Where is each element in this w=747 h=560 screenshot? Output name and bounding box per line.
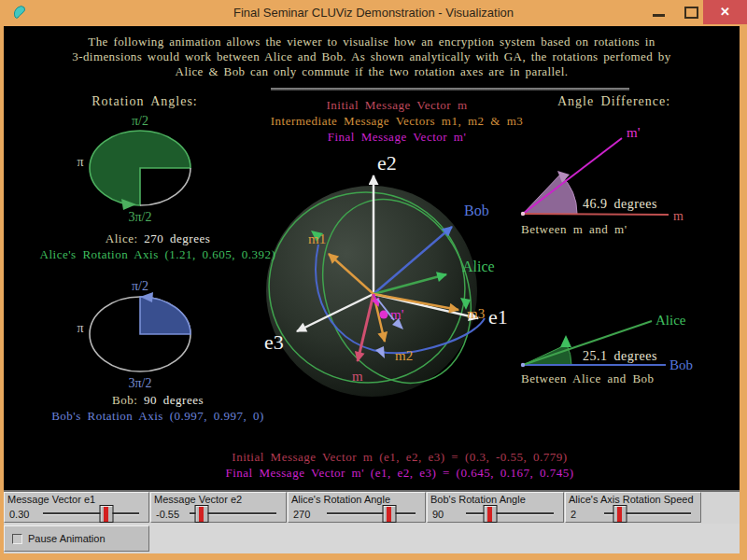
bob-pie-label-bottom: 3π/2 bbox=[129, 376, 152, 390]
bob-angle-line: Bob: 90 degrees bbox=[13, 392, 303, 408]
axis-label-e1: e1 bbox=[488, 305, 508, 329]
slider-track[interactable] bbox=[327, 512, 416, 515]
bob-angle-value: 90 degrees bbox=[144, 393, 204, 407]
slider-value: 270 bbox=[293, 509, 327, 520]
angle-difference-header: Angle Difference: bbox=[514, 94, 714, 109]
ab-angle-caption: Between Alice and Bob bbox=[521, 371, 655, 386]
alice-name: Alice: bbox=[106, 231, 138, 245]
slider-thumb[interactable] bbox=[195, 505, 209, 523]
pause-animation-label: Pause Animation bbox=[28, 533, 106, 544]
footer-initial-vector: Initial Message Vector m (e1, e2, e3) = … bbox=[120, 449, 680, 465]
visualization-canvas: π/2 π 3π/2 π/2 π 3π/2 bbox=[4, 26, 740, 490]
slider-thumb[interactable] bbox=[613, 505, 627, 523]
bob-name: Bob: bbox=[112, 393, 137, 407]
window-title: Final Seminar CLUViz Demonstration - Vis… bbox=[0, 6, 747, 20]
sphere-scene: e2 e1 e3 Bob Alice m1 m3 m2 m m' bbox=[254, 151, 508, 404]
slider-value: 90 bbox=[432, 509, 466, 520]
slider-bob-rotation-angle: Bob's Rotation Angle 90 bbox=[427, 492, 564, 523]
vector-legend: Initial Message Vector m Intermediate Me… bbox=[252, 97, 542, 145]
vector-label-bob: Bob bbox=[464, 203, 489, 218]
checkbox-icon[interactable] bbox=[12, 534, 22, 544]
bob-pie-label-top: π/2 bbox=[132, 279, 148, 293]
slider-track[interactable] bbox=[190, 512, 276, 515]
alice-pie-label-bottom: 3π/2 bbox=[129, 210, 152, 224]
bob-caption: Bob: 90 degrees Bob's Rotation Axis (0.9… bbox=[13, 392, 303, 424]
slider-alice-rotation-angle: Alice's Rotation Angle 270 bbox=[288, 492, 426, 523]
pause-animation-checkbox[interactable]: Pause Animation bbox=[4, 525, 149, 552]
vector-label-m3: m3 bbox=[467, 306, 485, 321]
intro-line-2: 3-dimensions would work between Alice an… bbox=[4, 49, 740, 64]
slider-label: Alice's Axis Rotation Speed bbox=[566, 493, 700, 506]
minimize-button[interactable] bbox=[653, 14, 665, 17]
rotation-angles-header: Rotation Angles: bbox=[28, 94, 261, 109]
slider-thumb[interactable] bbox=[484, 505, 498, 523]
slider-track[interactable] bbox=[43, 512, 139, 515]
slider-label: Bob's Rotation Angle bbox=[428, 493, 563, 506]
bottom-row: Pause Animation bbox=[4, 524, 740, 553]
alice-angle-line: Alice: 270 degrees bbox=[13, 231, 303, 246]
slider-label: Message Vector e1 bbox=[5, 493, 148, 506]
control-panel: Message Vector e1 0.30 Message Vector e2… bbox=[4, 490, 740, 553]
vector-label-m2: m2 bbox=[395, 348, 413, 363]
slider-label: Alice's Rotation Angle bbox=[289, 493, 425, 506]
slider-track[interactable] bbox=[466, 512, 554, 515]
maximize-button[interactable] bbox=[684, 7, 698, 19]
titlebar[interactable]: Final Seminar CLUViz Demonstration - Vis… bbox=[0, 0, 747, 26]
intro-paragraph: The following animation allows the viewe… bbox=[4, 35, 740, 79]
slider-thumb[interactable] bbox=[99, 505, 113, 523]
slider-row-filler bbox=[702, 492, 740, 523]
alice-rotation-pie: π/2 π 3π/2 bbox=[77, 114, 190, 224]
vector-label-m-prime: m' bbox=[390, 307, 404, 322]
m-prime-line-label: m' bbox=[627, 125, 641, 140]
legend-final: Final Message Vector m' bbox=[252, 129, 542, 145]
bob-rotation-pie: π/2 π 3π/2 bbox=[77, 279, 190, 390]
bob-pie-label-left: π bbox=[77, 321, 83, 335]
axis-label-e2: e2 bbox=[377, 151, 397, 175]
app-window: Final Seminar CLUViz Demonstration - Vis… bbox=[0, 0, 747, 560]
slider-value: -0.55 bbox=[156, 509, 190, 520]
vector-label-m: m bbox=[352, 369, 363, 384]
intro-line-3: Alice & Bob can only commute if the two … bbox=[4, 64, 740, 79]
alice-angle-value: 270 degrees bbox=[144, 231, 210, 245]
slider-label: Message Vector e2 bbox=[151, 493, 286, 506]
legend-intermediate: Intermediate Message Vectors m1, m2 & m3 bbox=[252, 113, 542, 129]
m-line bbox=[523, 214, 669, 215]
m-angle-degrees: 46.9 degrees bbox=[555, 197, 685, 212]
vector-label-alice: Alice bbox=[462, 259, 495, 274]
slider-message-vector-e2: Message Vector e2 -0.55 bbox=[150, 492, 287, 523]
close-icon: ✕ bbox=[720, 5, 730, 19]
ab-angle-degrees: 25.1 degrees bbox=[555, 349, 685, 364]
bob-axis-line: Bob's Rotation Axis (0.997, 0.997, 0) bbox=[13, 408, 303, 424]
alice-line-label: Alice bbox=[655, 313, 686, 328]
footer-final-vector: Final Message Vector m' (e1, e2, e3) = (… bbox=[120, 465, 680, 481]
intro-divider bbox=[271, 88, 629, 91]
legend-initial: Initial Message Vector m bbox=[252, 97, 542, 113]
slider-alice-axis-rotation-speed: Alice's Axis Rotation Speed 2 bbox=[565, 492, 701, 523]
ab-angle-arrow bbox=[560, 335, 571, 347]
alice-pie-label-top: π/2 bbox=[132, 114, 148, 128]
alice-caption: Alice: 270 degrees Alice's Rotation Axis… bbox=[13, 231, 303, 262]
slider-thumb[interactable] bbox=[382, 505, 396, 523]
alice-axis-line: Alice's Rotation Axis (1.21, 0.605, 0.39… bbox=[13, 246, 303, 262]
slider-value: 0.30 bbox=[9, 509, 43, 520]
m-angle-caption: Between m and m' bbox=[521, 222, 627, 237]
message-vector-footer: Initial Message Vector m (e1, e2, e3) = … bbox=[120, 449, 680, 481]
slider-message-vector-e1: Message Vector e1 0.30 bbox=[4, 492, 149, 523]
vector-label-m1: m1 bbox=[308, 231, 326, 246]
axis-label-e3: e3 bbox=[264, 330, 284, 354]
slider-row: Message Vector e1 0.30 Message Vector e2… bbox=[4, 492, 740, 523]
slider-value: 2 bbox=[571, 509, 604, 520]
alice-pie-label-left: π bbox=[77, 155, 83, 169]
m-angle-vertex bbox=[521, 212, 525, 216]
close-button[interactable]: ✕ bbox=[703, 0, 747, 24]
slider-track[interactable] bbox=[604, 512, 691, 515]
ab-angle-vertex bbox=[521, 363, 525, 367]
intro-line-1: The following animation allows the viewe… bbox=[4, 35, 740, 49]
